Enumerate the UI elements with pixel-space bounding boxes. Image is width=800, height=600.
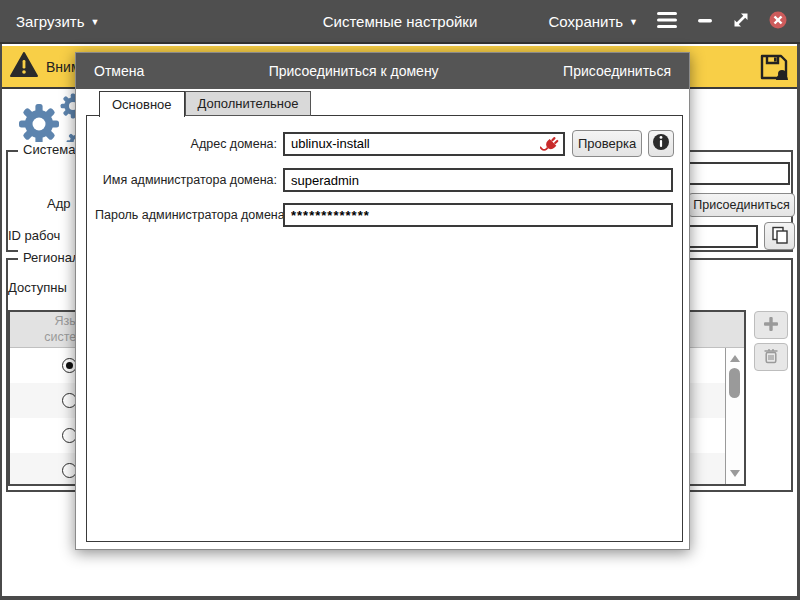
join-domain-dialog: Отмена Присоединиться к домену Присоедин… xyxy=(75,52,690,550)
bg-join-domain-button[interactable]: Присоединиться xyxy=(688,193,795,217)
close-window-icon[interactable] xyxy=(768,10,788,33)
available-languages-label: Доступны xyxy=(8,280,67,295)
tab-additional[interactable]: Дополнительное xyxy=(185,91,312,116)
admin-password-label: Пароль администратора домена: xyxy=(95,208,277,222)
title-bar: Загрузить ▼ Системные настройки Сохранит… xyxy=(0,0,800,44)
chevron-down-icon: ▼ xyxy=(629,17,638,27)
save-menu-button[interactable]: Сохранить ▼ xyxy=(549,13,638,30)
join-button[interactable]: Присоединиться xyxy=(563,63,671,79)
save-menu-label: Сохранить xyxy=(549,13,624,30)
hamburger-menu-icon[interactable] xyxy=(656,11,678,32)
plus-icon xyxy=(763,316,779,335)
scrollbar-thumb[interactable] xyxy=(729,368,740,398)
maximize-icon[interactable] xyxy=(732,11,750,32)
copy-icon xyxy=(771,226,789,247)
admin-name-input[interactable] xyxy=(283,168,673,192)
dialog-title: Присоединиться к домену xyxy=(269,63,439,79)
domain-address-input[interactable] xyxy=(283,132,565,156)
dialog-header: Отмена Присоединиться к домену Присоедин… xyxy=(76,53,689,89)
dialog-content: Адрес домена: Про xyxy=(86,115,683,542)
admin-name-label: Имя администратора домена: xyxy=(95,173,277,187)
scroll-down-icon[interactable] xyxy=(730,470,740,477)
dialog-tabs: Основное Дополнительное xyxy=(99,91,311,117)
warning-triangle-icon xyxy=(10,52,38,82)
domain-address-row: Адрес домена: Про xyxy=(95,130,674,157)
admin-password-input[interactable] xyxy=(283,203,673,227)
workstation-id-label: ID рабоч xyxy=(8,228,60,243)
delete-language-button[interactable] xyxy=(754,343,788,371)
window-border-bottom xyxy=(0,596,800,600)
window-border-left xyxy=(0,44,2,600)
add-language-button[interactable] xyxy=(754,311,788,339)
tab-main[interactable]: Основное xyxy=(99,91,185,117)
info-icon xyxy=(652,133,670,154)
check-button[interactable]: Проверка xyxy=(572,130,642,157)
minimize-icon[interactable] xyxy=(696,11,714,32)
address-label: Адр xyxy=(47,196,71,211)
scroll-up-icon[interactable] xyxy=(730,355,740,362)
trash-icon xyxy=(763,347,779,367)
copy-button[interactable] xyxy=(764,222,795,250)
cancel-button[interactable]: Отмена xyxy=(94,63,144,79)
admin-password-row: Пароль администратора домена: xyxy=(95,203,674,227)
save-settings-icon[interactable] xyxy=(758,51,790,87)
table-scrollbar[interactable] xyxy=(725,348,744,484)
admin-name-row: Имя администратора домена: xyxy=(95,168,674,192)
system-group-label: Система xyxy=(18,142,80,157)
info-button[interactable] xyxy=(648,130,674,157)
app-window: Загрузить ▼ Системные настройки Сохранит… xyxy=(0,0,800,600)
domain-address-label: Адрес домена: xyxy=(95,137,277,151)
